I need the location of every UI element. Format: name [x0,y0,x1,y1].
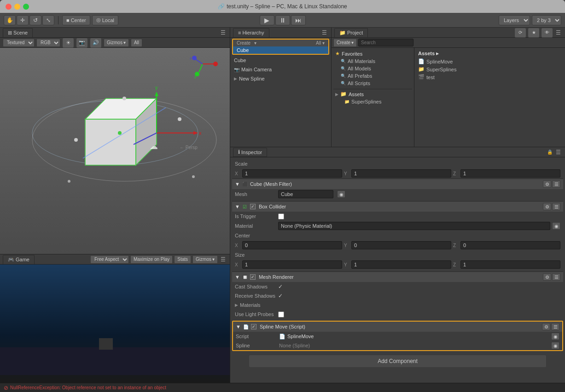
script-picker-button[interactable]: ◉ [551,333,559,340]
play-button[interactable]: ▶ [260,15,274,25]
layout-dropdown[interactable]: 2 by 3 [532,15,561,25]
spline-move-settings-button[interactable]: ⚙ [542,323,550,330]
supersplines-asset[interactable]: 📁 SuperSplines [416,65,563,73]
favorites-header[interactable]: ★ Favorites [333,50,412,58]
inspector-tab[interactable]: ℹ Inspector [233,148,267,157]
test-asset-label: test [426,75,435,80]
all-prefabs-item[interactable]: 🔍 All Prefabs [333,72,412,80]
mesh-filter-header[interactable]: ▼ ⬛ Cube (Mesh Filter) ⚙ ☰ [232,179,563,189]
step-button[interactable]: ⏭ [291,15,306,25]
hierarchy-menu-button[interactable]: ☰ [320,29,328,36]
hierarchy-item-main-camera[interactable]: 📷 Main Camera [230,65,331,74]
is-trigger-checkbox[interactable] [278,213,284,219]
supersplines-label: SuperSplines [351,99,381,104]
project-menu-button[interactable]: ☰ [554,28,562,38]
box-collider-header[interactable]: ▼ ☑ Box Collider ⚙ ☰ [232,202,563,212]
hierarchy-tab[interactable]: ≡ Hierarchy [233,28,269,37]
center-y-input[interactable] [351,241,451,249]
project-create-button[interactable]: Create ▾ [333,39,357,47]
spline-move-menu-button[interactable]: ☰ [551,323,559,330]
mesh-renderer-menu-button[interactable]: ☰ [552,273,560,281]
size-z-input[interactable] [460,260,560,269]
game-tab[interactable]: 🎮 Game [3,255,35,264]
svg-point-30 [192,56,197,60]
search-icon-1: 🔍 [341,59,346,63]
material-value-input[interactable] [278,222,550,230]
hierarchy-create-label[interactable]: Create [237,40,250,46]
spline-move-icon: 📄 [243,323,249,330]
inspector-lock-button[interactable]: 🔒 [547,149,553,156]
sun-icon-button[interactable]: ☀ [62,38,74,48]
pause-button[interactable]: ⏸ [275,15,290,25]
hierarchy-selected-cube[interactable]: Cube [233,46,328,54]
mesh-picker-button[interactable]: ◉ [337,190,345,198]
hierarchy-item-new-spline[interactable]: ▶ New Spline [230,74,331,83]
project-tab[interactable]: 📁 Project [334,28,368,37]
center-x-input[interactable] [242,241,342,249]
all-materials-item[interactable]: 🔍 All Materials [333,58,412,65]
supersplines-item[interactable]: 📁 SuperSplines [333,98,412,105]
game-tab-label: Game [16,257,29,262]
scene-all-button[interactable]: All [131,39,142,47]
mesh-renderer-header[interactable]: ▼ 🔲 Mesh Renderer ⚙ ☰ [232,272,563,282]
svg-point-9 [118,131,122,135]
camera-icon-button[interactable]: 📷 [76,38,88,48]
scene-tab[interactable]: ⊞ Scene [3,28,33,37]
folder-icon-1: 📁 [340,91,347,97]
spline-picker-button[interactable]: ◉ [551,342,559,349]
add-component-button[interactable]: Add Component [249,355,547,368]
stats-button[interactable]: Stats [174,255,191,264]
hand-tool-button[interactable]: ✋ [4,15,16,25]
scene-color-mode-dropdown[interactable]: RGB [36,39,60,47]
move-tool-button[interactable]: ✛ [17,15,29,25]
mesh-renderer-settings-button[interactable]: ⚙ [543,273,551,281]
game-canvas [0,265,230,383]
all-models-label: All Models [348,66,371,71]
mesh-filter-arrow: ▼ [235,181,240,187]
gizmos-button[interactable]: Gizmos ▾ [104,39,129,47]
maximize-button[interactable] [23,4,29,10]
scale-tool-button[interactable]: ⤡ [42,15,54,25]
size-x-input[interactable] [242,260,342,269]
all-models-item[interactable]: 🔍 All Models [333,65,412,72]
receive-shadows-row: Receive Shadows ✓ [232,291,563,300]
game-gizmos-button[interactable]: Gizmos ▾ [192,255,218,264]
maximize-on-play-button[interactable]: Maximize on Play [130,255,173,264]
test-asset[interactable]: 🎬 test [416,73,563,81]
box-collider-menu-button[interactable]: ☰ [552,203,560,210]
minimize-button[interactable] [14,4,20,10]
assets-tree-header[interactable]: ▶ 📁 Assets [333,90,412,98]
rotate-tool-button[interactable]: ↺ [29,15,41,25]
mesh-filter-settings-button[interactable]: ⚙ [543,180,551,188]
inspector-menu-button[interactable]: ☰ [554,149,562,156]
assets-tree-label: Assets [349,92,364,97]
project-sync-button[interactable]: ⟳ [514,28,526,38]
center-button[interactable]: ■ Center [62,15,90,25]
local-button[interactable]: ◎ Local [92,15,118,25]
close-button[interactable] [6,4,12,10]
project-search-input[interactable] [358,39,414,46]
size-xyz-row: X Y Z [232,259,563,270]
aspect-ratio-dropdown[interactable]: Free Aspect [90,255,129,264]
scene-menu-button[interactable]: ☰ [219,29,227,36]
splinemove-asset[interactable]: 📄 SplineMove [416,58,563,65]
audio-icon-button[interactable]: 🔊 [90,38,102,48]
hierarchy-item-cube2[interactable]: Cube [230,56,331,65]
scene-view-mode-dropdown[interactable]: Textured [3,39,35,47]
scale-x-input[interactable] [242,169,342,178]
mesh-filter-menu-button[interactable]: ☰ [552,180,560,188]
material-picker-button[interactable]: ◉ [552,222,560,230]
project-star-button[interactable]: ★ [528,28,540,38]
project-eye-button[interactable]: 👁 [541,28,553,38]
size-y-input[interactable] [351,260,451,269]
box-collider-settings-button[interactable]: ⚙ [543,203,551,210]
spline-move-header[interactable]: ▼ 📄 Spline Move (Script) ⚙ ☰ [233,322,562,332]
game-menu-button[interactable]: ☰ [219,255,227,264]
layers-dropdown[interactable]: Layers [499,15,530,25]
all-scripts-item[interactable]: 🔍 All Scripts [333,80,412,87]
center-z-input[interactable] [460,241,560,249]
scale-z-input[interactable] [460,169,560,178]
use-light-probes-checkbox[interactable] [278,311,284,317]
mesh-value-input[interactable] [278,190,333,198]
scale-y-input[interactable] [351,169,451,178]
